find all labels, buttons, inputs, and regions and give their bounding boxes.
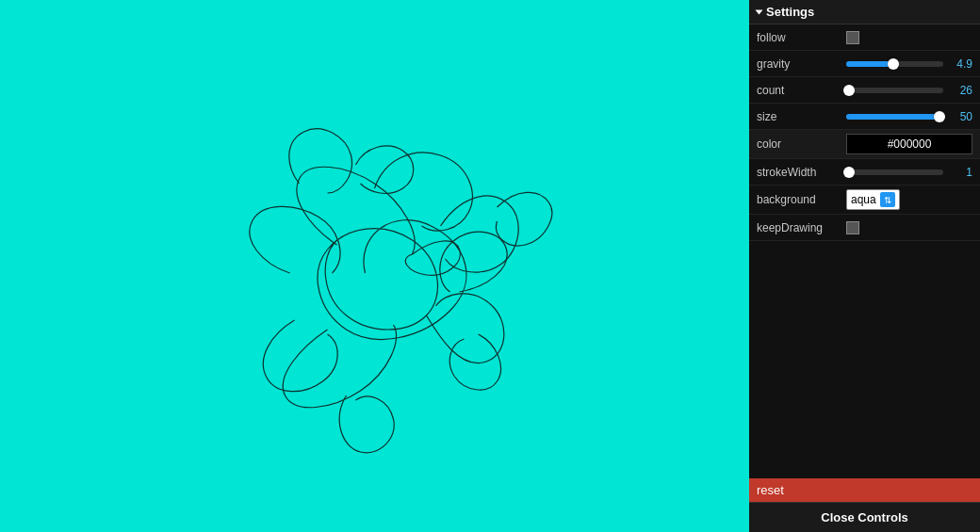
close-controls-label: Close Controls <box>821 510 907 524</box>
background-row: background aqua ⇅ <box>749 185 980 215</box>
follow-control <box>846 31 972 44</box>
size-thumb[interactable] <box>934 111 945 122</box>
count-control: 26 <box>846 84 972 97</box>
gravity-value: 4.9 <box>949 57 972 71</box>
drawing-svg <box>0 0 749 532</box>
count-label: count <box>757 84 846 97</box>
strokewidth-row: strokeWidth 1 <box>749 159 980 185</box>
collapse-icon <box>756 9 763 14</box>
size-fill <box>846 114 939 120</box>
size-slider[interactable] <box>846 114 943 120</box>
settings-header: Settings <box>749 0 980 24</box>
gravity-fill <box>846 61 893 67</box>
gravity-thumb[interactable] <box>888 58 899 70</box>
count-value: 26 <box>949 84 972 97</box>
settings-title: Settings <box>766 5 814 19</box>
follow-label: follow <box>757 31 846 44</box>
strokewidth-thumb[interactable] <box>843 167 855 178</box>
color-control: #000000 <box>846 134 972 154</box>
color-row: color #000000 <box>749 130 980 159</box>
background-value: aqua <box>851 193 876 206</box>
keepdrawing-checkbox[interactable] <box>846 221 859 234</box>
canvas-area[interactable] <box>0 0 749 532</box>
size-label: size <box>757 110 846 123</box>
strokewidth-control: 1 <box>846 166 972 179</box>
settings-rows: follow gravity 4.9 count <box>749 24 980 478</box>
background-control: aqua ⇅ <box>846 189 972 210</box>
gravity-control: 4.9 <box>846 57 972 71</box>
color-swatch[interactable]: #000000 <box>846 134 972 154</box>
keepdrawing-label: keepDrawing <box>757 221 846 234</box>
count-thumb[interactable] <box>843 85 855 96</box>
gravity-row: gravity 4.9 <box>749 51 980 77</box>
strokewidth-label: strokeWidth <box>757 166 846 179</box>
color-label: color <box>757 137 846 151</box>
settings-panel: Settings follow gravity 4.9 count <box>749 0 980 532</box>
size-control: 50 <box>846 110 972 123</box>
count-row: count 26 <box>749 77 980 104</box>
size-value: 50 <box>949 110 972 123</box>
keepdrawing-control <box>846 221 972 234</box>
reset-label: reset <box>757 483 784 497</box>
strokewidth-slider[interactable] <box>846 169 943 175</box>
background-select[interactable]: aqua ⇅ <box>846 189 900 210</box>
gravity-slider[interactable] <box>846 61 943 67</box>
strokewidth-value: 1 <box>949 166 972 179</box>
reset-button[interactable]: reset <box>749 478 980 502</box>
background-label: background <box>757 193 846 206</box>
size-row: size 50 <box>749 104 980 130</box>
background-select-arrow: ⇅ <box>880 192 895 207</box>
follow-checkbox[interactable] <box>846 31 859 44</box>
close-controls-button[interactable]: Close Controls <box>749 502 980 532</box>
count-slider[interactable] <box>846 88 943 93</box>
follow-row: follow <box>749 24 980 51</box>
keepdrawing-row: keepDrawing <box>749 215 980 241</box>
gravity-label: gravity <box>757 57 846 71</box>
